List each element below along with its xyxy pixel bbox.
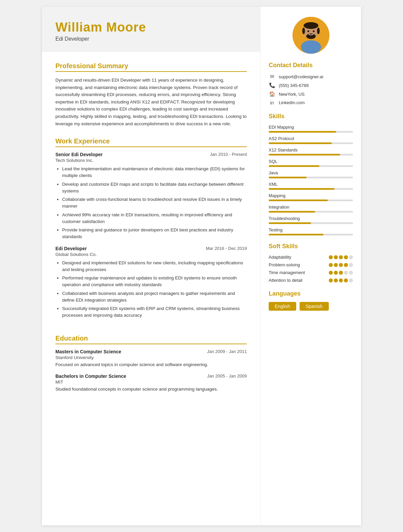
dot-0-2 <box>339 255 343 259</box>
skill-row-8: Troubleshooting <box>269 216 353 224</box>
avatar-wrapper <box>269 17 353 54</box>
dot-1-4 <box>349 263 353 267</box>
skill-label-7: Integration <box>269 205 353 210</box>
job-2-date: Mar 2016 - Dec 2019 <box>206 246 247 251</box>
work-experience-section: Work Experience Senior Edi Developer Jan… <box>42 131 260 328</box>
job-2: Edi Developer Mar 2016 - Dec 2019 Global… <box>55 246 247 319</box>
dot-3-3 <box>344 278 348 282</box>
svg-point-7 <box>307 31 309 32</box>
skill-bar-bg-6 <box>269 200 353 201</box>
skill-row-2: X12 Standards <box>269 147 353 156</box>
edu-2-degree: Bachelors in Computer Science <box>55 373 126 379</box>
dot-0-4 <box>349 255 353 259</box>
left-column: William Moore Edi Developer Professional… <box>42 7 260 525</box>
edu-2-header: Bachelors in Computer Science Jan 2005 -… <box>55 373 247 379</box>
skill-bar-bg-1 <box>269 142 353 144</box>
contact-linkedin: in LinkedIn.com <box>269 100 353 105</box>
professional-summary-title: Professional Summary <box>55 62 247 72</box>
dot-2-4 <box>349 271 353 275</box>
work-experience-title: Work Experience <box>55 137 247 147</box>
edu-1-school: Stanford University <box>55 355 247 360</box>
job-2-bullets: Designed and implemented EDI solutions f… <box>55 260 247 319</box>
skill-row-4: Java <box>269 170 353 178</box>
soft-skills-title: Soft Skills <box>269 243 353 250</box>
dot-1-1 <box>334 263 338 267</box>
edu-1-desc: Focused on advanced topics in computer s… <box>55 361 247 368</box>
language-tag-0: English <box>269 302 296 311</box>
languages-title: Languages <box>269 290 353 297</box>
skill-label-4: Java <box>269 170 353 175</box>
skill-bar-fill-7 <box>269 211 315 213</box>
contact-phone-value: (555) 345-6789 <box>279 83 309 88</box>
dot-0-0 <box>329 255 333 259</box>
skill-row-3: SQL <box>269 159 353 167</box>
skill-bar-bg-9 <box>269 234 353 235</box>
professional-summary-text: Dynamic and results-driven EDI Developer… <box>55 77 247 127</box>
candidate-name: William Moore <box>55 20 247 35</box>
svg-point-1 <box>301 40 321 54</box>
edu-1-date: Jan 2009 - Jan 2011 <box>207 349 247 354</box>
dot-2-1 <box>334 271 338 275</box>
job-1: Senior Edi Developer Jan 2010 - Present … <box>55 152 247 240</box>
job-1-title: Senior Edi Developer <box>55 152 103 157</box>
languages-section: Languages EnglishSpanish <box>269 290 353 311</box>
job-2-bullet-4: Successfully integrated EDI systems with… <box>62 305 247 319</box>
dot-0-3 <box>344 255 348 259</box>
phone-icon: 📞 <box>269 82 275 88</box>
soft-skills-section: Soft Skills AdaptabilityProblem-solvingT… <box>269 243 353 283</box>
right-column: Contact Details ✉ support@cvdesigner.ai … <box>260 7 361 525</box>
contact-location-value: NewYork, US <box>279 92 305 97</box>
skills-section: Skills EDI Mapping AS2 Protocol X12 Stan… <box>269 113 353 235</box>
job-2-bullet-3: Collaborated with business analysts and … <box>62 290 247 304</box>
soft-skill-label-1: Problem-solving <box>269 262 300 267</box>
edu-2-date: Jan 2005 - Jan 2009 <box>207 373 247 379</box>
svg-point-4 <box>302 28 305 34</box>
job-1-header: Senior Edi Developer Jan 2010 - Present <box>55 152 247 157</box>
header-section: William Moore Edi Developer <box>42 7 260 52</box>
language-tag-1: Spanish <box>300 302 329 311</box>
skill-bar-bg-0 <box>269 131 353 133</box>
skill-row-6: Mapping <box>269 193 353 201</box>
job-1-date: Jan 2010 - Present <box>210 152 247 157</box>
skill-bar-fill-1 <box>269 142 332 144</box>
education-section: Education Masters in Computer Science Ja… <box>42 328 260 402</box>
skill-bar-bg-8 <box>269 222 353 224</box>
dot-0-1 <box>334 255 338 259</box>
contact-email-value: support@cvdesigner.ai <box>279 74 323 79</box>
candidate-title: Edi Developer <box>55 36 247 42</box>
soft-skill-label-0: Adaptability <box>269 255 291 260</box>
skill-label-6: Mapping <box>269 193 353 198</box>
job-2-bullet-1: Designed and implemented EDI solutions f… <box>62 260 247 273</box>
job-1-company: Tech Solutions Inc. <box>55 158 247 163</box>
job-2-header: Edi Developer Mar 2016 - Dec 2019 <box>55 246 247 251</box>
dots-1 <box>329 263 353 267</box>
skill-bar-fill-8 <box>269 222 311 224</box>
skill-bar-fill-2 <box>269 154 340 156</box>
professional-summary-section: Professional Summary Dynamic and results… <box>42 55 260 131</box>
dots-0 <box>329 255 353 259</box>
edu-1-degree: Masters in Computer Science <box>55 349 121 354</box>
soft-skill-row-3: Attention to detail <box>269 278 353 283</box>
skill-bar-fill-9 <box>269 234 323 235</box>
skill-bar-bg-2 <box>269 154 353 156</box>
skill-row-0: EDI Mapping <box>269 125 353 133</box>
skill-bar-bg-5 <box>269 188 353 190</box>
dots-2 <box>329 271 353 275</box>
skills-title: Skills <box>269 113 353 120</box>
skill-label-9: Testing <box>269 227 353 232</box>
skill-label-5: XML <box>269 182 353 187</box>
edu-2-school: MIT <box>55 380 247 385</box>
dot-1-3 <box>344 263 348 267</box>
skill-label-0: EDI Mapping <box>269 125 353 130</box>
job-2-title: Edi Developer <box>55 246 87 251</box>
contact-location: 🏠 NewYork, US <box>269 91 353 97</box>
edu-1: Masters in Computer Science Jan 2009 - J… <box>55 349 247 368</box>
job-1-bullet-5: Provide training and guidance to junior … <box>62 227 247 240</box>
job-2-bullet-2: Performed regular maintenance and update… <box>62 275 247 289</box>
dot-3-2 <box>339 278 343 282</box>
job-1-bullet-2: Develop and customize EDI maps and scrip… <box>62 181 247 195</box>
soft-skill-label-3: Attention to detail <box>269 278 302 283</box>
skill-bar-fill-4 <box>269 177 307 178</box>
edu-1-header: Masters in Computer Science Jan 2009 - J… <box>55 349 247 354</box>
skill-label-3: SQL <box>269 159 353 164</box>
